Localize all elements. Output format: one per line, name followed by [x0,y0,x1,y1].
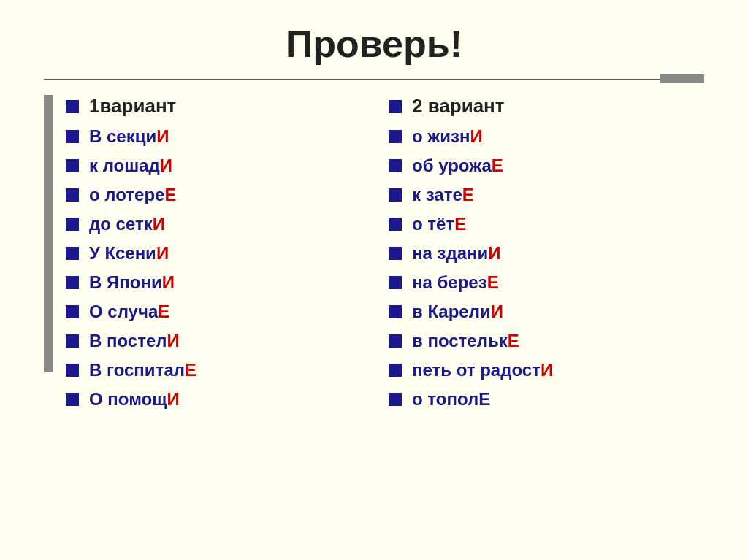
item-text: в постелькЕ [412,331,519,351]
bullet-icon [66,130,79,143]
list-item: 1вариант [66,95,381,118]
bullet-icon [389,100,402,113]
bullet-icon [66,364,79,377]
list-item: о жизнИ [389,126,704,147]
list-item: до сеткИ [66,214,381,234]
bullet-icon [66,100,79,113]
list-item: в КарелиИ [389,302,704,322]
item-text: О помощИ [89,389,180,410]
col2-header: 2 вариант [412,95,505,118]
item-text: к затеЕ [412,185,474,205]
list-item: на березЕ [389,272,704,293]
list-item: о тополЕ [389,389,704,410]
list-item: к лошадИ [66,156,381,176]
list-item: 2 вариант [389,95,704,118]
list-item: О случаЕ [66,302,381,322]
bullet-icon [66,334,79,348]
left-accent-bar [44,95,53,372]
bullet-icon [389,159,402,172]
bullet-icon [66,188,79,202]
item-text: об урожаЕ [412,156,503,176]
bullet-icon [389,334,402,348]
bullet-icon [66,393,79,406]
column-1: 1вариант В секциИ к лошадИ о лотереЕ до [58,95,381,418]
bullet-icon [66,159,79,172]
item-text: о тополЕ [412,389,490,410]
item-text: В ЯпониИ [89,272,175,293]
list-item: о тётЕ [389,214,704,234]
divider [44,79,704,80]
list-item: У КсениИ [66,243,381,264]
item-text: на березЕ [412,272,499,293]
list-item: В постелИ [66,331,381,351]
item-text: к лошадИ [89,156,172,176]
bullet-icon [389,276,402,289]
list-item: на зданиИ [389,243,704,264]
bullet-icon [66,247,79,260]
bullet-icon [66,305,79,318]
list-item: в постелькЕ [389,331,704,351]
list-item: об урожаЕ [389,156,704,176]
bullet-icon [66,218,79,231]
item-text: В госпиталЕ [89,360,196,380]
item-text: в КарелиИ [412,302,503,322]
list-item: В госпиталЕ [66,360,381,380]
bullet-icon [389,130,402,143]
bullet-icon [389,188,402,202]
item-text: до сеткИ [89,214,165,234]
bullet-icon [389,218,402,231]
page: Проверь! 1вариант В секциИ к лошадИ [0,0,748,560]
bullet-icon [389,393,402,406]
accent-bar [660,74,704,83]
bullet-icon [66,276,79,289]
list-item: О помощИ [66,389,381,410]
item-text: о лотереЕ [89,185,176,205]
list-item: В секциИ [66,126,381,147]
col1-header: 1вариант [89,95,176,118]
item-text: на зданиИ [412,243,501,264]
bullet-icon [389,305,402,318]
list-item: к затеЕ [389,185,704,205]
item-text: о тётЕ [412,214,466,234]
list-item: петь от радостИ [389,360,704,380]
item-text: о жизнИ [412,126,483,147]
bullet-icon [389,247,402,260]
list-item: о лотереЕ [66,185,381,205]
item-text: У КсениИ [89,243,169,264]
item-text: петь от радостИ [412,360,553,380]
list-item: В ЯпониИ [66,272,381,293]
page-title: Проверь! [44,15,704,66]
item-text: В секциИ [89,126,169,147]
bullet-icon [389,364,402,377]
item-text: О случаЕ [89,302,169,322]
item-text: В постелИ [89,331,180,351]
column-2: 2 вариант о жизнИ об урожаЕ к затеЕ о тё [381,95,704,418]
